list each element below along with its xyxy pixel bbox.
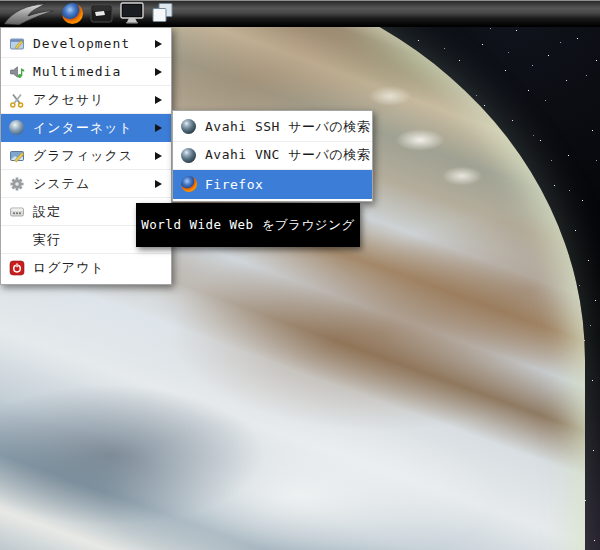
menu-item-graphics[interactable]: グラフィックス xyxy=(1,142,171,170)
windows-launcher[interactable] xyxy=(151,1,174,25)
menu-item-label: Development xyxy=(33,36,130,51)
graphics-icon xyxy=(8,147,25,164)
monitor-icon xyxy=(120,2,144,24)
display-launcher[interactable] xyxy=(120,1,144,25)
submenu-item-label: Firefox xyxy=(205,177,263,192)
windows-icon xyxy=(151,2,174,24)
panel-launchers xyxy=(0,0,174,26)
submenu-arrow-icon xyxy=(155,180,162,188)
firefox-icon xyxy=(180,176,197,193)
menu-item-label: グラフィックス xyxy=(33,147,133,165)
menu-item-label: システム xyxy=(33,175,90,193)
multimedia-icon xyxy=(8,63,25,80)
menu-item-accessories[interactable]: アクセサリ xyxy=(1,86,171,114)
drawer-icon xyxy=(90,2,113,24)
submenu-arrow-icon xyxy=(155,68,162,76)
menu-item-label: ログアウト xyxy=(33,259,105,277)
submenu-item-avahi-ssh[interactable]: Avahi SSH サーバの検索 xyxy=(173,113,372,142)
development-icon xyxy=(8,35,25,52)
menu-item-multimedia[interactable]: Multimedia xyxy=(1,58,171,86)
menu-item-system[interactable]: システム xyxy=(1,170,171,198)
lxde-swallow-icon xyxy=(3,2,55,25)
internet-globe-icon xyxy=(8,119,25,136)
firefox-launcher[interactable] xyxy=(62,1,83,25)
submenu-arrow-icon xyxy=(155,96,162,104)
lxde-menu-button[interactable] xyxy=(3,1,55,25)
submenu-arrow-icon xyxy=(155,152,162,160)
scissors-icon xyxy=(8,91,25,108)
menu-item-development[interactable]: Development xyxy=(1,30,171,58)
avahi-globe-icon xyxy=(180,147,197,164)
submenu-arrow-icon xyxy=(155,124,162,132)
tooltip-text: World Wide Web をブラウジング xyxy=(141,217,354,234)
firefox-icon xyxy=(62,3,83,24)
no-icon xyxy=(8,231,25,248)
menu-item-internet[interactable]: インターネット xyxy=(1,114,171,142)
submenu-item-avahi-vnc[interactable]: Avahi VNC サーバの検索 xyxy=(173,142,372,171)
avahi-globe-icon xyxy=(180,118,197,135)
menu-item-label: インターネット xyxy=(33,119,133,137)
menu-item-label: Multimedia xyxy=(33,64,121,79)
menu-item-label: 設定 xyxy=(33,203,61,221)
firefox-tooltip: World Wide Web をブラウジング xyxy=(136,203,360,247)
menu-item-label: 実行 xyxy=(33,231,61,249)
submenu-item-firefox[interactable]: Firefox xyxy=(173,170,372,199)
menu-item-logout[interactable]: ログアウト xyxy=(1,254,171,282)
preferences-icon xyxy=(8,203,25,220)
gear-icon xyxy=(8,175,25,192)
menu-item-label: アクセサリ xyxy=(33,91,105,109)
submenu-item-label: Avahi SSH サーバの検索 xyxy=(205,118,370,136)
submenu-arrow-icon xyxy=(155,40,162,48)
submenu-item-label: Avahi VNC サーバの検索 xyxy=(205,146,370,164)
top-panel xyxy=(0,0,600,27)
file-manager-launcher[interactable] xyxy=(90,1,113,25)
logout-power-icon xyxy=(8,260,25,277)
internet-submenu: Avahi SSH サーバの検索 Avahi VNC サーバの検索 Firefo… xyxy=(172,110,373,202)
